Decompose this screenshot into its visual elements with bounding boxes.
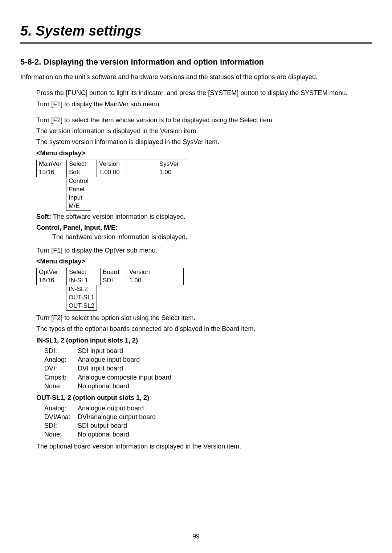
menu-mainver-options: Control Panel Input M/E <box>66 177 91 211</box>
soft-line: Soft: The software version information i… <box>36 212 372 221</box>
def-term: SDI: <box>44 421 78 430</box>
menu-display-label: <Menu display> <box>36 257 372 266</box>
menu-option: Input <box>66 194 91 202</box>
def-desc: No optional board <box>78 430 129 439</box>
menu-cell: OptVer <box>37 268 67 276</box>
def-row: Cmpsit:Analogue composite input board <box>44 373 372 382</box>
menu-cell: Version <box>127 268 157 276</box>
menu-cell <box>127 160 157 168</box>
def-term: Analog: <box>44 355 78 364</box>
page-number: 99 <box>0 532 392 541</box>
menu-cell: SysVer <box>157 160 187 168</box>
menu-option: OUT-SL1 <box>66 294 97 302</box>
def-desc: SDI output board <box>78 421 127 430</box>
menu-option: M/E <box>66 202 91 210</box>
chapter-rule <box>20 42 372 44</box>
step-block-1: Press the [FUNC] button to light its ind… <box>36 89 372 451</box>
chapter-title: 5. System settings <box>20 22 372 40</box>
menu-cell: Board <box>101 268 127 276</box>
menu-cell: Select <box>67 160 97 168</box>
def-term: Cmpsit: <box>44 373 78 382</box>
after-menu2-text: The types of the optional boards connect… <box>36 324 372 333</box>
menu-cell: 1.00 <box>127 276 157 285</box>
step-text: The system version information is displa… <box>36 138 372 146</box>
menu-option: Control <box>66 177 91 185</box>
def-row: None:No optional board <box>44 382 372 390</box>
step-text: Press the [FUNC] button to light its ind… <box>36 89 372 97</box>
def-term: SDI: <box>44 347 78 355</box>
menu-option: IN-SL2 <box>66 285 97 294</box>
menu-display-label: <Menu display> <box>36 149 372 157</box>
menu-optver-table: OptVer Select Board Version 16/16 IN-SL1… <box>36 268 184 285</box>
def-term: DVI/Ana: <box>44 413 78 421</box>
after-menu2-text: Turn [F2] to select the option slot usin… <box>36 314 372 322</box>
menu-cell: Select <box>67 268 101 276</box>
step-text: Turn [F2] to select the item whose versi… <box>36 116 372 124</box>
def-row: SDI:SDI input board <box>44 347 372 355</box>
menu-cell: 1.00.00 <box>97 168 127 177</box>
def-desc: DVI input board <box>78 364 123 373</box>
menu-optver-options: IN-SL2 OUT-SL1 OUT-SL2 <box>66 285 97 311</box>
def-row: DVI:DVI input board <box>44 364 372 373</box>
step-text: The version information is displayed in … <box>36 127 372 135</box>
menu-cell <box>157 276 184 285</box>
menu-cell: SDI <box>101 276 127 285</box>
step-text: Turn [F1] to display the OptVer sub menu… <box>36 246 372 255</box>
def-desc: No optional board <box>78 382 129 390</box>
menu-cell <box>127 168 157 177</box>
def-desc: DVI/analogue output board <box>78 413 156 421</box>
menu-mainver-table: MainVer Select Version SysVer 15/16 Soft… <box>36 160 187 177</box>
def-desc: Analogue composite input board <box>78 373 171 382</box>
insl-label: IN-SL1, 2 (option input slots 1, 2) <box>36 336 372 345</box>
soft-label: Soft: <box>36 213 53 220</box>
def-term: None: <box>44 430 78 439</box>
menu-option: OUT-SL2 <box>66 302 97 310</box>
menu-cell: Version <box>97 160 127 168</box>
menu-cell: MainVer <box>37 160 67 168</box>
def-row: DVI/Ana:DVI/analogue output board <box>44 413 372 421</box>
menu-cell: Soft <box>67 168 97 177</box>
intro-text: Information on the unit's software and h… <box>20 73 372 81</box>
soft-text: The software version information is disp… <box>53 213 185 220</box>
insl-defs: SDI:SDI input board Analog:Analogue inpu… <box>44 347 372 390</box>
cpim-label: Control, Panel, Input, M/E: <box>36 223 372 232</box>
step-text: Turn [F1] to display the MainVer sub men… <box>36 100 372 108</box>
def-desc: Analogue output board <box>78 404 144 413</box>
menu-cell: 16/16 <box>37 276 67 285</box>
cpim-text: The hardware version information is disp… <box>52 233 372 241</box>
menu-cell: IN-SL1 <box>67 276 101 285</box>
section-title: 5-8-2. Displaying the version informatio… <box>20 57 372 67</box>
def-term: Analog: <box>44 404 78 413</box>
def-desc: SDI input board <box>78 347 123 355</box>
def-row: None:No optional board <box>44 430 372 439</box>
def-term: None: <box>44 382 78 390</box>
def-term: DVI: <box>44 364 78 373</box>
outsl-defs: Analog:Analogue output board DVI/Ana:DVI… <box>44 404 372 439</box>
def-row: SDI:SDI output board <box>44 421 372 430</box>
menu-cell <box>157 268 184 276</box>
def-desc: Analogue input board <box>78 355 140 364</box>
final-line: The optional board version information i… <box>36 442 372 451</box>
menu-cell: 1.00 <box>157 168 187 177</box>
page: 5. System settings 5-8-2. Displaying the… <box>0 0 392 553</box>
outsl-label: OUT-SL1, 2 (option output slots 1, 2) <box>36 393 372 402</box>
def-row: Analog:Analogue output board <box>44 404 372 413</box>
menu-cell: 15/16 <box>37 168 67 177</box>
menu-option: Panel <box>66 185 91 194</box>
def-row: Analog:Analogue input board <box>44 355 372 364</box>
